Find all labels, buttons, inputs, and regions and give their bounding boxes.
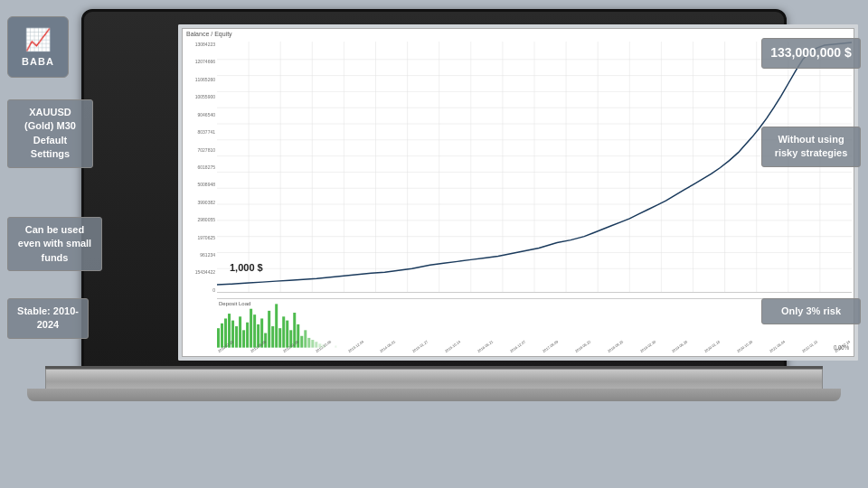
instrument-annotation: XAUUSD (Gold) M30 Default Settings	[7, 99, 93, 168]
laptop-base-bottom	[27, 389, 841, 401]
stable-label: Stable: 2010-2024	[17, 305, 79, 330]
small-funds-label: Can be used even with small funds	[18, 224, 91, 263]
risk-percent-annotation: Only 3% risk	[761, 298, 861, 324]
logo-icon: 📈	[24, 27, 52, 52]
no-risk-annotation: Without using risky strategies	[761, 127, 861, 167]
chart-title: Balance / Equity	[186, 31, 232, 37]
risk-percent-label: Only 3% risk	[781, 305, 841, 316]
laptop-screen: Balance / Equity 13084223 12074666 11065…	[81, 9, 787, 371]
deposit-label: Deposit Load	[219, 301, 250, 306]
chart-svg	[217, 42, 852, 292]
chart-container: Balance / Equity 13084223 12074666 11065…	[182, 28, 854, 357]
y-axis: 13084223 12074666 11065260 10055900 9046…	[184, 42, 217, 293]
x-axis-labels: 2010.07.25 2011.06.08 2012.01.08 2012.10…	[217, 342, 852, 354]
no-risk-label: Without using risky strategies	[775, 134, 848, 158]
scene: Balance / Equity 13084223 12074666 11065…	[0, 0, 868, 488]
main-chart	[217, 42, 852, 293]
amount-annotation: 133,000,000 $	[761, 38, 861, 69]
small-funds-annotation: Can be used even with small funds	[7, 217, 102, 271]
screen-content: Balance / Equity 13084223 12074666 11065…	[178, 24, 858, 361]
instrument-label: XAUUSD (Gold) M30 Default Settings	[24, 107, 76, 159]
amount-label: 133,000,000 $	[770, 45, 852, 60]
stable-annotation: Stable: 2010-2024	[7, 298, 89, 339]
logo-text: BABA	[22, 56, 54, 67]
logo-box: 📈 BABA	[7, 16, 69, 78]
screen-inner: Balance / Equity 13084223 12074666 11065…	[178, 24, 858, 361]
start-price: 1,000 $	[230, 262, 263, 273]
